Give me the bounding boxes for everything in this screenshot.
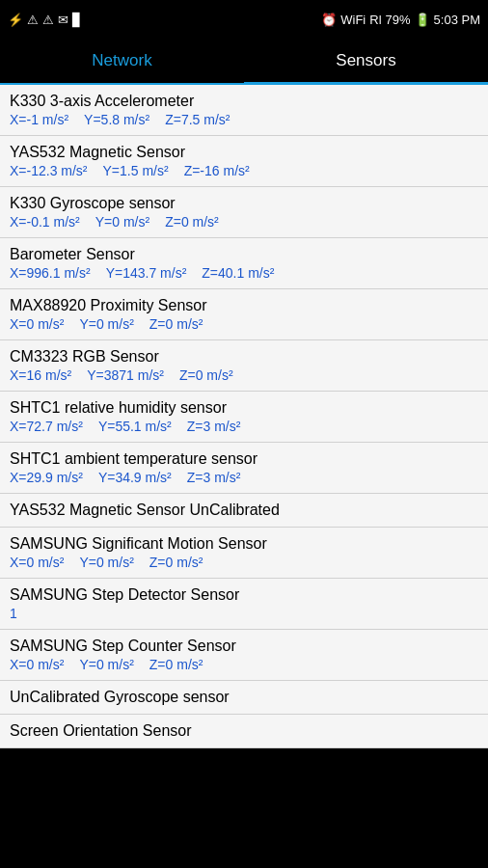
sensor-item: SAMSUNG Significant Motion SensorX=0 m/s…: [0, 528, 488, 579]
sensor-values: X=-1 m/s²Y=5.8 m/s²Z=7.5 m/s²: [10, 112, 478, 127]
sensor-value: Z=-16 m/s²: [184, 163, 250, 178]
sensor-values: X=-0.1 m/s²Y=0 m/s²Z=0 m/s²: [10, 214, 478, 230]
sensor-name: Barometer Sensor: [10, 246, 478, 263]
email-icon: ✉: [58, 13, 68, 27]
sensor-value: Z=3 m/s²: [187, 470, 241, 485]
sensor-name: YAS532 Magnetic Sensor UnCalibrated: [10, 502, 478, 519]
sensor-item: CM3323 RGB SensorX=16 m/s²Y=3871 m/s²Z=0…: [0, 340, 488, 392]
sensor-item: Screen Orientation Sensor: [0, 715, 488, 748]
wifi-icon: WiFi: [340, 13, 366, 27]
sensor-values: X=0 m/s²Y=0 m/s²Z=0 m/s²: [10, 316, 478, 332]
tab-sensors-label: Sensors: [336, 51, 395, 70]
sensor-name: SAMSUNG Step Counter Sensor: [10, 637, 478, 655]
sensor-value: Y=0 m/s²: [79, 657, 133, 672]
sensor-value: Z=0 m/s²: [149, 555, 203, 570]
sensor-value: Y=3871 m/s²: [87, 367, 164, 383]
sensor-value: Z=0 m/s²: [179, 367, 233, 383]
status-icons-right: ⏰ WiFi Rl 79% 🔋 5:03 PM: [321, 13, 480, 27]
sensor-value: Y=143.7 m/s²: [106, 265, 187, 281]
sensor-name: K330 Gyroscope sensor: [10, 195, 478, 212]
sensor-item: Barometer SensorX=996.1 m/s²Y=143.7 m/s²…: [0, 238, 488, 289]
sensor-value: Y=55.1 m/s²: [98, 419, 172, 434]
sensor-value: Z=0 m/s²: [149, 657, 203, 672]
battery-icon: 🔋: [415, 13, 430, 27]
usb-icon: ⚡: [8, 13, 23, 27]
sensor-item: YAS532 Magnetic Sensor UnCalibrated: [0, 494, 488, 528]
sensor-item: SHTC1 ambient temperature sensorX=29.9 m…: [0, 443, 488, 494]
sensor-value: X=-0.1 m/s²: [10, 214, 80, 230]
sensor-item: K330 3-axis AccelerometerX=-1 m/s²Y=5.8 …: [0, 85, 488, 136]
sensor-name: CM3323 RGB Sensor: [10, 348, 478, 366]
sensor-item: K330 Gyroscope sensorX=-0.1 m/s²Y=0 m/s²…: [0, 187, 488, 238]
sensor-value: X=-1 m/s²: [10, 112, 68, 127]
battery-percent: 79%: [386, 13, 411, 27]
alarm-icon: ⏰: [321, 13, 337, 27]
tab-network[interactable]: Network: [0, 39, 244, 83]
sensor-value: X=16 m/s²: [10, 367, 71, 383]
sensor-value: Z=0 m/s²: [165, 214, 219, 230]
sensor-value: X=996.1 m/s²: [10, 265, 91, 281]
sensor-value: Y=0 m/s²: [79, 555, 133, 570]
signal-icon: ▊: [72, 13, 82, 27]
sensor-name: Screen Orientation Sensor: [10, 722, 478, 740]
sensor-name: SAMSUNG Significant Motion Sensor: [10, 535, 478, 553]
sensor-values: X=16 m/s²Y=3871 m/s²Z=0 m/s²: [10, 367, 478, 383]
sensor-values: X=996.1 m/s²Y=143.7 m/s²Z=40.1 m/s²: [10, 265, 478, 281]
sensor-name: SAMSUNG Step Detector Sensor: [10, 586, 478, 604]
sensor-value: Y=1.5 m/s²: [103, 163, 169, 178]
sensor-value: X=29.9 m/s²: [10, 470, 83, 485]
sensor-value: X=72.7 m/s²: [10, 419, 83, 434]
sensor-value: X=0 m/s²: [10, 555, 64, 570]
sensor-name: YAS532 Magnetic Sensor: [10, 144, 478, 161]
warning-icon-1: ⚠: [27, 13, 39, 27]
warning-icon-2: ⚠: [42, 13, 54, 27]
sensor-name: UnCalibrated Gyroscope sensor: [10, 689, 478, 706]
sensor-value: Z=0 m/s²: [149, 316, 203, 332]
sensor-values: X=-12.3 m/s²Y=1.5 m/s²Z=-16 m/s²: [10, 163, 478, 178]
sensor-item: SAMSUNG Step Detector Sensor1: [0, 579, 488, 630]
sensor-item: UnCalibrated Gyroscope sensor: [0, 681, 488, 715]
sensor-values: X=0 m/s²Y=0 m/s²Z=0 m/s²: [10, 555, 478, 570]
sensor-item: MAX88920 Proximity SensorX=0 m/s²Y=0 m/s…: [0, 289, 488, 340]
sensor-value: 1: [10, 606, 17, 621]
sensor-item: SAMSUNG Step Counter SensorX=0 m/s²Y=0 m…: [0, 630, 488, 681]
sensor-value: Z=3 m/s²: [187, 419, 241, 434]
sensor-values: X=29.9 m/s²Y=34.9 m/s²Z=3 m/s²: [10, 470, 478, 485]
sensor-value: X=0 m/s²: [10, 657, 64, 672]
sensor-value: Y=5.8 m/s²: [84, 112, 149, 127]
sensor-values: X=0 m/s²Y=0 m/s²Z=0 m/s²: [10, 657, 478, 672]
sensor-value: X=-12.3 m/s²: [10, 163, 88, 178]
time-display: 5:03 PM: [434, 13, 480, 27]
tab-sensors[interactable]: Sensors: [244, 39, 488, 83]
status-bar: ⚡ ⚠ ⚠ ✉ ▊ ⏰ WiFi Rl 79% 🔋 5:03 PM: [0, 0, 488, 39]
network-strength-icon: Rl: [369, 13, 381, 27]
sensor-name: SHTC1 relative humidity sensor: [10, 399, 478, 417]
sensor-item: YAS532 Magnetic SensorX=-12.3 m/s²Y=1.5 …: [0, 136, 488, 187]
sensor-value: Z=7.5 m/s²: [165, 112, 230, 127]
sensor-value: Z=40.1 m/s²: [202, 265, 274, 281]
sensor-list: K330 3-axis AccelerometerX=-1 m/s²Y=5.8 …: [0, 85, 488, 748]
status-icons-left: ⚡ ⚠ ⚠ ✉ ▊: [8, 13, 82, 27]
sensor-value: Y=34.9 m/s²: [98, 470, 172, 485]
sensor-value: X=0 m/s²: [10, 316, 64, 332]
sensor-item: SHTC1 relative humidity sensorX=72.7 m/s…: [0, 392, 488, 443]
tab-network-label: Network: [92, 51, 151, 70]
sensor-name: MAX88920 Proximity Sensor: [10, 297, 478, 314]
tab-bar: Network Sensors: [0, 39, 488, 85]
sensor-name: K330 3-axis Accelerometer: [10, 93, 478, 110]
sensor-values: 1: [10, 606, 478, 621]
sensor-value: Y=0 m/s²: [95, 214, 149, 230]
sensor-values: X=72.7 m/s²Y=55.1 m/s²Z=3 m/s²: [10, 419, 478, 434]
sensor-name: SHTC1 ambient temperature sensor: [10, 450, 478, 468]
sensor-value: Y=0 m/s²: [79, 316, 133, 332]
